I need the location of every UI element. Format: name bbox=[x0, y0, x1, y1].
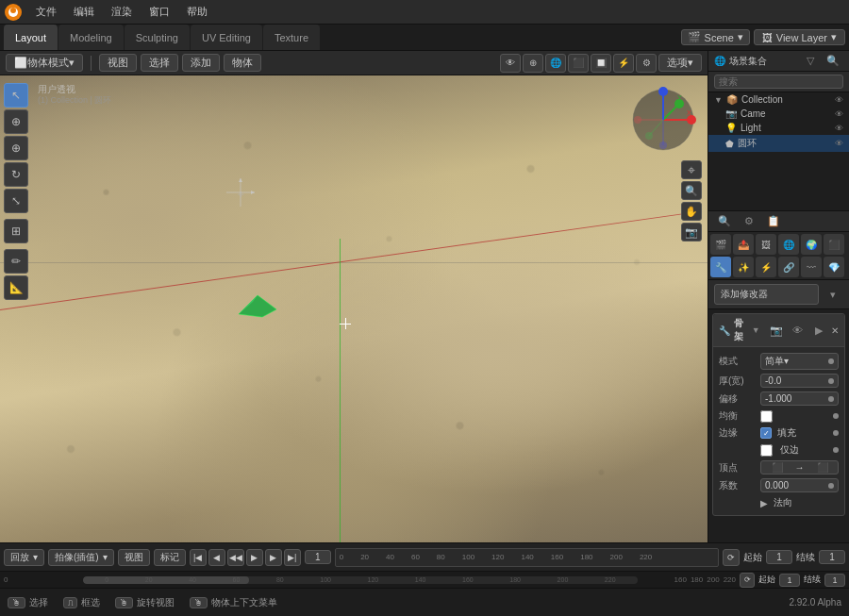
tab-object[interactable]: ⬛ bbox=[824, 234, 844, 255]
tab-uv-editing[interactable]: UV Editing bbox=[191, 25, 262, 50]
visibility-icon[interactable]: 👁 bbox=[835, 95, 843, 105]
tab-physics[interactable]: ⚡ bbox=[756, 257, 776, 277]
play-reverse-btn[interactable]: ◀◀ bbox=[227, 549, 244, 566]
viewlayer-selector[interactable]: 🖼 View Layer ▾ bbox=[754, 29, 845, 45]
menu-help[interactable]: 帮助 bbox=[179, 3, 215, 21]
light-vis-icon[interactable]: 👁 bbox=[835, 124, 843, 133]
tab-render[interactable]: 🎬 bbox=[710, 234, 731, 255]
tab-sculpting[interactable]: Sculpting bbox=[125, 25, 190, 50]
current-frame[interactable]: 1 bbox=[305, 550, 331, 564]
modifier-viewport-icon[interactable]: 👁 bbox=[790, 320, 807, 341]
outliner-torus[interactable]: ⬟ 圆环 👁 bbox=[708, 135, 849, 152]
props-icon-1[interactable]: 🔍 bbox=[714, 211, 735, 232]
props-icon-3[interactable]: 📋 bbox=[763, 211, 784, 232]
viewport-icon-6[interactable]: ⚡ bbox=[613, 54, 634, 73]
torus-vis-icon[interactable]: 👁 bbox=[835, 139, 843, 148]
loop-icon[interactable]: ⟳ bbox=[723, 549, 740, 566]
fill-checkbox[interactable]: ✓ bbox=[760, 427, 772, 439]
tab-data[interactable]: 〰 bbox=[801, 257, 822, 277]
outliner-camera[interactable]: 📷 Came 👁 bbox=[708, 107, 849, 121]
camera-icon-nav[interactable]: 📷 bbox=[681, 223, 702, 241]
object-menu[interactable]: 物体 bbox=[224, 54, 261, 72]
modifier-options-icon[interactable]: ▾ bbox=[823, 284, 843, 305]
count-prop-value[interactable]: 0.000 bbox=[760, 478, 839, 492]
view-dropdown[interactable]: 视图 bbox=[118, 549, 150, 566]
timeline-ruler[interactable]: 0 20 40 60 80 100 120 140 160 180 200 22… bbox=[335, 548, 719, 567]
zoom-extent-icon[interactable]: ⌖ bbox=[681, 160, 702, 179]
props-icon-2[interactable]: ⚙ bbox=[739, 211, 759, 232]
add-modifier-btn[interactable]: 添加修改器 bbox=[714, 284, 819, 305]
mode-select[interactable]: ⬜ 物体模式 ▾ bbox=[6, 54, 83, 72]
options-btn[interactable]: 选项▾ bbox=[658, 54, 702, 72]
tab-particles[interactable]: ✨ bbox=[733, 257, 754, 277]
viewport-icon-5[interactable]: 🔲 bbox=[591, 54, 611, 73]
outliner-light[interactable]: 💡 Light 👁 bbox=[708, 121, 849, 135]
end-frame-val[interactable]: 1 bbox=[819, 550, 845, 564]
end-start-val[interactable]: 1 bbox=[779, 574, 800, 587]
edge-only-checkbox[interactable] bbox=[760, 444, 773, 457]
timeline-scrollbar[interactable]: 0 20 40 60 80 100 120 140 160 180 200 22… bbox=[83, 576, 638, 584]
modifier-realtime-icon[interactable]: ▶ bbox=[810, 320, 827, 341]
viewport-icon-2[interactable]: ⊕ bbox=[523, 54, 543, 73]
markers-dropdown[interactable]: 标记 bbox=[154, 549, 186, 566]
tab-constraints[interactable]: 🔗 bbox=[778, 257, 799, 277]
play-btn[interactable]: ▶ bbox=[246, 549, 263, 566]
scene-selector[interactable]: 🎬 Scene ▾ bbox=[681, 29, 750, 45]
rotate-label: 旋转视图 bbox=[137, 596, 175, 609]
balance-checkbox[interactable] bbox=[760, 410, 773, 423]
width-prop-value[interactable]: -0.0 bbox=[760, 374, 839, 388]
pan-icon[interactable]: ✋ bbox=[681, 202, 702, 221]
playback-dropdown[interactable]: 回放 ▾ bbox=[4, 549, 44, 566]
tab-material[interactable]: 💎 bbox=[824, 257, 844, 277]
tab-scene[interactable]: 🌐 bbox=[778, 234, 799, 255]
tab-layout[interactable]: Layout bbox=[4, 25, 58, 50]
capture-dropdown[interactable]: 拍像(插值) ▾ bbox=[48, 549, 114, 566]
modifier-render-icon[interactable]: 📷 bbox=[768, 320, 785, 341]
offset-prop-value[interactable]: -1.000 bbox=[760, 391, 839, 406]
outliner-search-input[interactable] bbox=[714, 75, 843, 89]
tab-view-layer[interactable]: 🖼 bbox=[756, 234, 776, 255]
menu-window[interactable]: 窗口 bbox=[142, 3, 177, 21]
menu-render[interactable]: 渲染 bbox=[104, 3, 140, 21]
prev-frame-btn[interactable]: ◀ bbox=[208, 549, 225, 566]
modifier-expand-icon[interactable]: ▼ bbox=[747, 320, 764, 341]
tab-modeling[interactable]: Modeling bbox=[58, 25, 124, 50]
outliner-collection[interactable]: ▼ 📦 Collection 👁 bbox=[708, 92, 849, 107]
viewport-icon-7[interactable]: ⚙ bbox=[636, 54, 657, 73]
add-menu[interactable]: 添加 bbox=[182, 54, 220, 72]
tab-world[interactable]: 🌍 bbox=[801, 234, 822, 255]
rotate-tool[interactable]: ↻ bbox=[4, 162, 28, 187]
jump-end-btn[interactable]: ▶| bbox=[284, 549, 301, 566]
mode-prop-value[interactable]: 简单▾ bbox=[760, 353, 839, 370]
tab-modifier[interactable]: 🔧 bbox=[710, 257, 731, 277]
outliner-search-icon[interactable]: 🔍 bbox=[823, 51, 843, 72]
next-frame-btn[interactable]: ▶ bbox=[265, 549, 282, 566]
start-frame-val[interactable]: 1 bbox=[766, 550, 792, 564]
zoom-icon[interactable]: 🔍 bbox=[681, 181, 702, 200]
move-tool[interactable]: ⊕ bbox=[4, 136, 28, 160]
outliner-filter-icon[interactable]: ▽ bbox=[800, 51, 821, 72]
viewport-canvas[interactable]: ✛ 用户透视 (1) Collection | 圆环 X bbox=[0, 75, 708, 542]
measure-tool[interactable]: 📐 bbox=[4, 275, 28, 300]
modifier-close-icon[interactable]: ✕ bbox=[831, 325, 839, 336]
scale-tool[interactable]: ⤡ bbox=[4, 189, 28, 213]
camera-vis-icon[interactable]: 👁 bbox=[835, 109, 843, 119]
jump-start-btn[interactable]: |◀ bbox=[190, 549, 207, 566]
select-menu[interactable]: 选择 bbox=[141, 54, 178, 72]
vertex-prop-value[interactable]: ⬛→⬛ bbox=[760, 460, 839, 474]
select-tool[interactable]: ↖ bbox=[4, 83, 28, 108]
annotate-tool[interactable]: ✏ bbox=[4, 249, 28, 274]
tab-texture[interactable]: Texture bbox=[263, 25, 320, 50]
menu-edit[interactable]: 编辑 bbox=[66, 3, 102, 21]
view-menu[interactable]: 视图 bbox=[99, 54, 137, 72]
viewport-icon-3[interactable]: 🌐 bbox=[545, 54, 566, 73]
cursor-tool[interactable]: ⊕ bbox=[4, 109, 28, 134]
transform-tool[interactable]: ⊞ bbox=[4, 219, 28, 243]
viewport-icon-1[interactable]: 👁 bbox=[500, 54, 521, 73]
end-end-val[interactable]: 1 bbox=[824, 574, 845, 587]
navigation-gizmo[interactable]: X Y Z bbox=[630, 87, 696, 153]
loop-btn-end[interactable]: ⟳ bbox=[740, 573, 755, 588]
viewport-icon-4[interactable]: ⬛ bbox=[568, 54, 589, 73]
menu-file[interactable]: 文件 bbox=[28, 3, 64, 21]
tab-output[interactable]: 📤 bbox=[733, 234, 754, 255]
